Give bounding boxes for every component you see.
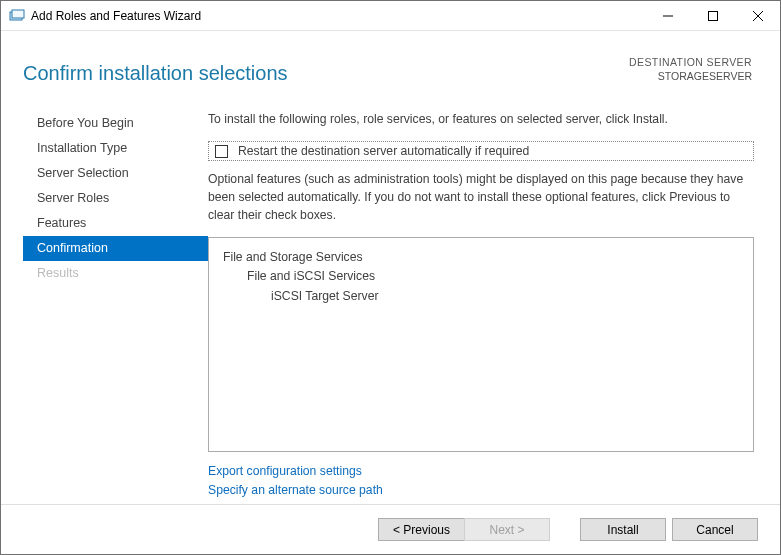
- svg-rect-1: [12, 10, 24, 18]
- selection-listbox[interactable]: File and Storage Services File and iSCSI…: [208, 237, 754, 453]
- window-title: Add Roles and Features Wizard: [31, 9, 201, 23]
- alternate-source-link[interactable]: Specify an alternate source path: [208, 481, 754, 500]
- restart-checkbox-row[interactable]: Restart the destination server automatic…: [208, 141, 754, 161]
- previous-button[interactable]: < Previous: [378, 518, 464, 541]
- step-before-you-begin[interactable]: Before You Begin: [23, 111, 208, 136]
- nav-button-pair: < Previous Next >: [378, 518, 550, 541]
- close-button[interactable]: [735, 1, 780, 30]
- maximize-button[interactable]: [690, 1, 735, 30]
- middle-row: Before You Begin Installation Type Serve…: [1, 93, 780, 504]
- footer-buttons: < Previous Next > Install Cancel: [1, 504, 780, 554]
- list-item: File and iSCSI Services: [223, 267, 739, 287]
- wizard-window: Add Roles and Features Wizard Confirm in…: [0, 0, 781, 555]
- main-panel: To install the following roles, role ser…: [208, 93, 758, 504]
- page-title: Confirm installation selections: [23, 51, 629, 85]
- step-installation-type[interactable]: Installation Type: [23, 136, 208, 161]
- optional-features-note: Optional features (such as administratio…: [208, 171, 754, 224]
- titlebar: Add Roles and Features Wizard: [1, 1, 780, 31]
- app-icon: [9, 8, 25, 24]
- list-item: iSCSI Target Server: [223, 287, 739, 307]
- minimize-button[interactable]: [645, 1, 690, 30]
- step-features[interactable]: Features: [23, 211, 208, 236]
- step-results: Results: [23, 261, 208, 286]
- install-button[interactable]: Install: [580, 518, 666, 541]
- restart-checkbox-label: Restart the destination server automatic…: [238, 144, 529, 158]
- header-row: Confirm installation selections DESTINAT…: [1, 31, 780, 93]
- next-button: Next >: [464, 518, 550, 541]
- restart-checkbox[interactable]: [215, 145, 228, 158]
- wizard-steps-sidebar: Before You Begin Installation Type Serve…: [23, 93, 208, 504]
- list-item: File and Storage Services: [223, 248, 739, 268]
- step-server-selection[interactable]: Server Selection: [23, 161, 208, 186]
- destination-server-block: DESTINATION SERVER STORAGESERVER: [629, 51, 752, 83]
- cancel-button[interactable]: Cancel: [672, 518, 758, 541]
- export-config-link[interactable]: Export configuration settings: [208, 462, 754, 481]
- svg-rect-3: [708, 11, 717, 20]
- link-row: Export configuration settings Specify an…: [208, 452, 754, 504]
- step-server-roles[interactable]: Server Roles: [23, 186, 208, 211]
- destination-value: STORAGESERVER: [629, 69, 752, 83]
- intro-text: To install the following roles, role ser…: [208, 111, 754, 127]
- step-confirmation[interactable]: Confirmation: [23, 236, 208, 261]
- content-area: Confirm installation selections DESTINAT…: [1, 31, 780, 554]
- destination-label: DESTINATION SERVER: [629, 55, 752, 69]
